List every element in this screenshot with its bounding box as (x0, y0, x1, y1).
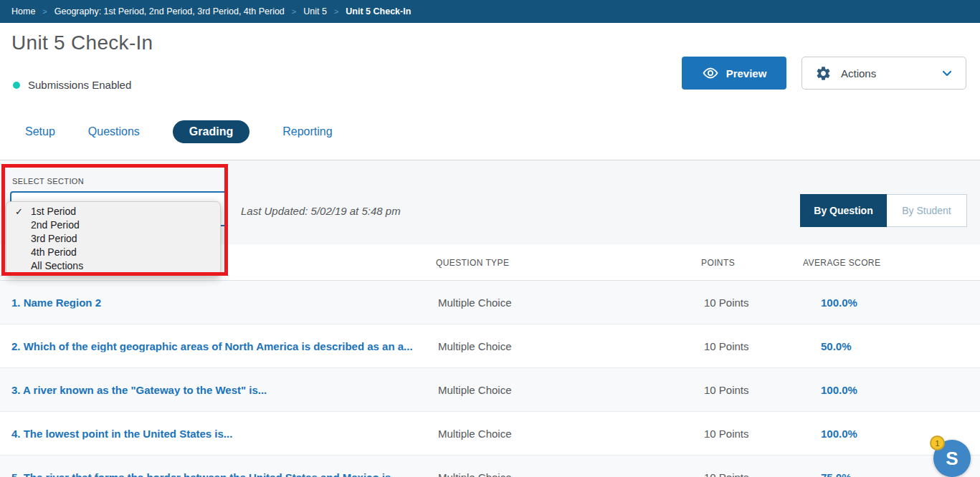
grading-page: Home>Geography: 1st Period, 2nd Period, … (0, 0, 980, 477)
dropdown-option-label: 3rd Period (31, 233, 77, 244)
breadcrumb: Home>Geography: 1st Period, 2nd Period, … (0, 0, 980, 23)
points: 10 Points (704, 428, 749, 440)
tab-reporting[interactable]: Reporting (282, 125, 332, 138)
dropdown-option-label: 1st Period (31, 206, 76, 217)
eye-icon (702, 64, 719, 82)
breadcrumb-separator: > (42, 7, 47, 16)
breadcrumb-separator: > (334, 7, 338, 16)
average-score-link[interactable]: 100.0% (821, 428, 857, 440)
actions-button[interactable]: Actions (801, 57, 966, 90)
question-link[interactable]: 4. The lowest point in the United States… (11, 428, 232, 440)
gear-icon (815, 65, 832, 82)
breadcrumb-separator: > (292, 7, 296, 16)
actions-button-label: Actions (841, 67, 940, 80)
question-link[interactable]: 3. A river known as the "Gateway to the … (11, 384, 267, 396)
by-student-toggle[interactable]: By Student (887, 194, 967, 227)
average-score-link[interactable]: 100.0% (821, 384, 857, 396)
table-row: 5. The river that forms the border betwe… (0, 456, 980, 477)
average-score-link[interactable]: 100.0% (821, 297, 857, 309)
column-header-points: POINTS (701, 258, 735, 268)
question-link[interactable]: 5. The river that forms the border betwe… (11, 471, 400, 477)
page-title: Unit 5 Check-In (11, 32, 153, 54)
question-link[interactable]: 2. Which of the eight geographic areas o… (11, 340, 413, 352)
question-type: Multiple Choice (438, 297, 512, 309)
chat-notification-badge: 1 (930, 435, 945, 450)
question-type: Multiple Choice (438, 428, 512, 440)
average-score-link[interactable]: 50.0% (821, 340, 852, 352)
checkmark-icon: ✓ (15, 205, 23, 218)
tab-bar: SetupQuestionsGradingReporting (25, 120, 333, 144)
status-label: Submissions Enabled (28, 79, 131, 91)
last-updated-text: Last Updated: 5/02/19 at 5:48 pm (241, 205, 401, 217)
table-row: 3. A river known as the "Gateway to the … (0, 368, 980, 412)
by-question-toggle[interactable]: By Question (800, 194, 887, 227)
question-link[interactable]: 1. Name Region 2 (11, 297, 101, 309)
dropdown-option[interactable]: 4th Period (6, 246, 220, 259)
tab-grading[interactable]: Grading (173, 120, 249, 143)
select-section-label: SELECT SECTION (12, 177, 84, 186)
breadcrumb-item[interactable]: Geography: 1st Period, 2nd Period, 3rd P… (54, 6, 285, 16)
points: 10 Points (704, 297, 749, 309)
breadcrumb-item[interactable]: Home (11, 6, 35, 16)
table-row: 2. Which of the eight geographic areas o… (0, 324, 980, 368)
breadcrumb-item[interactable]: Unit 5 (303, 6, 327, 16)
question-type: Multiple Choice (438, 340, 512, 352)
tab-setup[interactable]: Setup (25, 125, 55, 138)
dropdown-option[interactable]: 2nd Period (6, 218, 220, 232)
question-type: Multiple Choice (438, 471, 512, 477)
preview-button-label: Preview (726, 67, 767, 80)
average-score-link[interactable]: 75.0% (821, 471, 852, 477)
status-badge: Submissions Enabled (13, 79, 131, 91)
chevron-down-icon (940, 66, 954, 80)
points: 10 Points (704, 471, 749, 477)
tab-questions[interactable]: Questions (88, 125, 140, 138)
breadcrumb-item[interactable]: Unit 5 Check-In (346, 6, 411, 16)
dropdown-option[interactable]: ✓1st Period (6, 205, 220, 218)
dropdown-option-label: 2nd Period (31, 219, 80, 231)
questions-table: 1. Name Region 2Multiple Choice10 Points… (0, 281, 980, 477)
points: 10 Points (704, 340, 749, 352)
points: 10 Points (704, 384, 749, 396)
column-header-question-type: QUESTION TYPE (436, 258, 509, 268)
section-dropdown-menu: ✓1st Period2nd Period3rd Period4th Perio… (6, 201, 221, 276)
dropdown-option[interactable]: All Sections (6, 259, 220, 273)
preview-button[interactable]: Preview (682, 57, 786, 90)
table-row: 1. Name Region 2Multiple Choice10 Points… (0, 281, 980, 324)
column-header-average-score: AVERAGE SCORE (803, 258, 880, 268)
dropdown-option-label: 4th Period (31, 246, 77, 258)
dropdown-option-label: All Sections (31, 260, 83, 271)
dropdown-option[interactable]: 3rd Period (6, 232, 220, 246)
view-toggle: By Question By Student (800, 194, 967, 227)
question-type: Multiple Choice (438, 384, 512, 396)
table-row: 4. The lowest point in the United States… (0, 412, 980, 456)
status-dot-icon (13, 82, 20, 89)
